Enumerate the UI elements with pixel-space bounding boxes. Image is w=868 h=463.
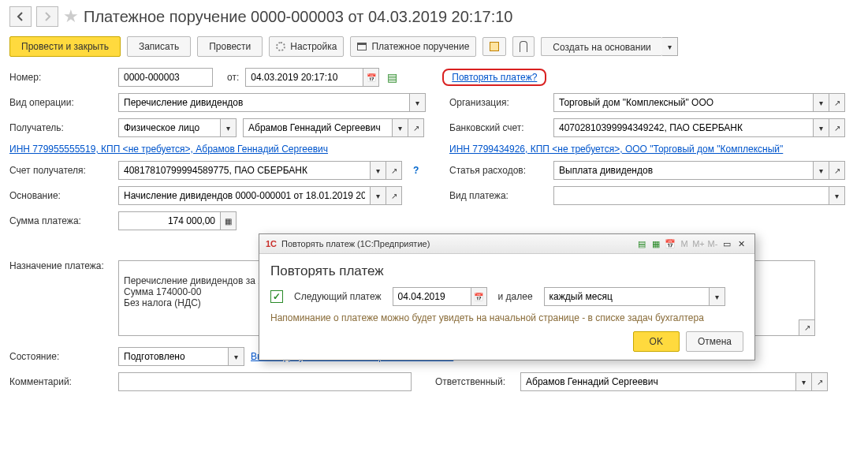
basis-dropdown[interactable]: ▾ xyxy=(371,186,386,205)
dialog-close-icon[interactable]: ✕ xyxy=(734,237,748,250)
dialog-window-title: Повторять платеж (1С:Предприятие) xyxy=(281,239,430,248)
expense-item-open[interactable]: ↗ xyxy=(829,161,845,180)
dialog-mplus-icon[interactable]: M+ xyxy=(691,237,706,250)
printer-icon xyxy=(357,43,367,50)
date-input[interactable] xyxy=(245,68,363,87)
dialog-ok-button[interactable]: OK xyxy=(633,331,680,352)
payment-type-dropdown[interactable]: ▾ xyxy=(829,186,845,205)
repeat-payment-dialog: 1C Повторять платеж (1С:Предприятие) ▤ ▦… xyxy=(259,233,755,360)
operation-type-dropdown[interactable]: ▾ xyxy=(410,93,426,112)
purpose-label: Назначение платежа: xyxy=(9,260,112,271)
document-status-icon[interactable]: ▤ xyxy=(386,71,398,84)
organization-inn-link[interactable]: ИНН 7799434926, КПП <не требуется>, ООО … xyxy=(449,144,783,155)
responsible-input[interactable] xyxy=(520,372,796,391)
basis-open[interactable]: ↗ xyxy=(386,186,402,205)
expense-item-label: Статья расходов: xyxy=(449,165,547,176)
amount-input[interactable] xyxy=(118,211,221,230)
organization-input[interactable] xyxy=(553,93,814,112)
dialog-print-icon[interactable]: ▤ xyxy=(635,237,649,250)
recipient-account-open[interactable]: ↗ xyxy=(386,161,402,180)
gear-icon xyxy=(276,42,285,51)
expense-item-dropdown[interactable]: ▾ xyxy=(814,161,829,180)
comment-label: Комментарий: xyxy=(9,376,112,387)
amount-label: Сумма платежа: xyxy=(9,215,112,226)
state-input[interactable] xyxy=(118,347,229,366)
favorite-star-icon[interactable]: ★ xyxy=(63,6,79,27)
recipient-label: Получатель: xyxy=(9,122,112,133)
create-on-basis-dropdown[interactable]: ▾ xyxy=(662,37,678,56)
settings-label: Настройка xyxy=(290,41,337,52)
repeat-payment-highlight: Повторять платеж? xyxy=(442,69,546,86)
bank-account-dropdown[interactable]: ▾ xyxy=(814,118,829,137)
number-input[interactable] xyxy=(118,68,213,87)
state-dropdown[interactable]: ▾ xyxy=(229,347,244,366)
number-label: Номер: xyxy=(9,72,112,83)
responsible-dropdown[interactable]: ▾ xyxy=(796,372,812,391)
save-button[interactable]: Записать xyxy=(127,36,191,57)
organization-label: Организация: xyxy=(449,97,547,108)
clip-icon xyxy=(520,41,527,52)
dialog-hint: Напоминание о платеже можно будет увидет… xyxy=(270,312,743,323)
responsible-label: Ответственный: xyxy=(435,376,514,387)
recipient-name-open[interactable]: ↗ xyxy=(408,118,424,137)
main-toolbar: Провести и закрыть Записать Провести Нас… xyxy=(9,36,859,57)
dialog-calendar-icon[interactable]: 📅 xyxy=(663,237,677,250)
dialog-titlebar[interactable]: 1C Повторять платеж (1С:Предприятие) ▤ ▦… xyxy=(259,234,754,254)
recipient-inn-link[interactable]: ИНН 779955555519, КПП <не требуется>, Аб… xyxy=(9,144,328,155)
and-then-label: и далее xyxy=(498,291,533,302)
print-label: Платежное поручение xyxy=(371,41,469,52)
recipient-account-label: Счет получателя: xyxy=(9,165,112,176)
repeat-payment-link[interactable]: Повторять платеж? xyxy=(452,72,537,83)
dialog-mminus-icon[interactable]: M- xyxy=(706,237,720,250)
period-input[interactable] xyxy=(544,287,710,306)
payment-type-input[interactable] xyxy=(553,186,829,205)
next-payment-date-input[interactable] xyxy=(393,287,471,306)
nav-forward-button[interactable] xyxy=(36,6,58,27)
purpose-text: Перечисление дивидендов за 20 Сумма 1740… xyxy=(124,275,269,308)
bank-account-open[interactable]: ↗ xyxy=(829,118,845,137)
bank-account-label: Банковский счет: xyxy=(449,122,547,133)
responsible-open[interactable]: ↗ xyxy=(812,372,828,391)
basis-label: Основание: xyxy=(9,190,112,201)
structure-icon xyxy=(490,42,499,51)
dialog-cancel-button[interactable]: Отмена xyxy=(686,331,743,352)
dialog-minimize-icon[interactable]: ▭ xyxy=(720,237,734,250)
next-payment-label: Следующий платеж xyxy=(294,291,382,302)
nav-back-button[interactable] xyxy=(9,6,32,27)
page-title: Платежное поручение 0000-000003 от 04.03… xyxy=(84,8,512,26)
period-dropdown[interactable]: ▾ xyxy=(710,287,725,306)
next-payment-checkbox[interactable]: ✓ xyxy=(270,290,283,303)
recipient-name-dropdown[interactable]: ▾ xyxy=(393,118,408,137)
operation-type-label: Вид операции: xyxy=(9,97,112,108)
post-button[interactable]: Провести xyxy=(197,36,263,57)
comment-input[interactable] xyxy=(118,372,412,391)
attachments-button[interactable] xyxy=(512,36,535,57)
recipient-name-input[interactable] xyxy=(243,118,393,137)
state-label: Состояние: xyxy=(9,351,112,362)
dialog-heading: Повторять платеж xyxy=(270,263,743,279)
amount-calc-button[interactable]: ▦ xyxy=(221,211,237,230)
next-payment-date-picker[interactable]: 📅 xyxy=(471,287,487,306)
create-on-basis-button[interactable]: Создать на основании xyxy=(541,37,662,56)
structure-button[interactable] xyxy=(482,37,506,56)
recipient-type-dropdown[interactable]: ▾ xyxy=(221,118,237,137)
purpose-expand-button[interactable]: ↗ xyxy=(799,319,814,335)
organization-dropdown[interactable]: ▾ xyxy=(814,93,829,112)
bank-account-input[interactable] xyxy=(553,118,814,137)
basis-input[interactable] xyxy=(118,186,371,205)
post-and-close-button[interactable]: Провести и закрыть xyxy=(9,36,121,57)
recipient-account-dropdown[interactable]: ▾ xyxy=(371,161,386,180)
dialog-m-icon[interactable]: M xyxy=(677,237,691,250)
settings-button[interactable]: Настройка xyxy=(269,36,344,57)
recipient-account-help-icon[interactable]: ? xyxy=(413,165,419,176)
print-button[interactable]: Платежное поручение xyxy=(350,36,476,57)
date-picker-button[interactable]: 📅 xyxy=(363,68,379,87)
recipient-type-input[interactable] xyxy=(118,118,221,137)
dialog-grid-icon[interactable]: ▦ xyxy=(649,237,663,250)
operation-type-input[interactable] xyxy=(118,93,410,112)
payment-type-label: Вид платежа: xyxy=(449,190,547,201)
organization-open[interactable]: ↗ xyxy=(829,93,845,112)
app-logo-icon: 1C xyxy=(266,239,277,248)
recipient-account-input[interactable] xyxy=(118,161,371,180)
expense-item-input[interactable] xyxy=(553,161,814,180)
